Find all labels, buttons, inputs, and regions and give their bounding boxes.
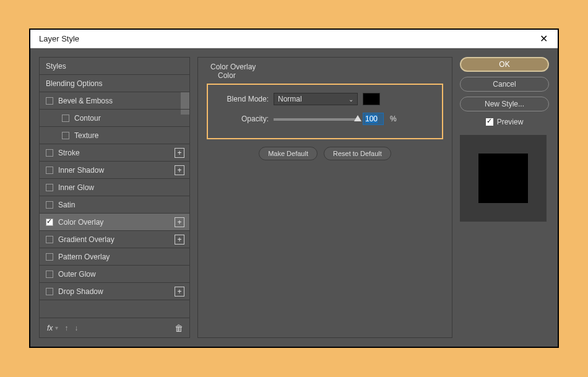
trash-icon[interactable]: 🗑 — [175, 323, 183, 333]
list-item-label: Pattern Overlay — [58, 253, 110, 261]
styles-sidebar: Styles Blending Options Bevel & Emboss C… — [39, 57, 190, 338]
dialog-body: Styles Blending Options Bevel & Emboss C… — [30, 48, 558, 347]
styles-label: Styles — [46, 62, 66, 71]
color-overlay-checkbox[interactable] — [46, 219, 53, 226]
opacity-slider[interactable] — [274, 118, 358, 121]
sidebar-item-stroke[interactable]: Stroke + — [40, 144, 189, 162]
sidebar-item-bevel-emboss[interactable]: Bevel & Emboss — [40, 92, 189, 110]
sidebar-item-pattern-overlay[interactable]: Pattern Overlay — [40, 248, 189, 266]
sidebar-item-texture[interactable]: Texture — [40, 127, 189, 144]
inner-glow-checkbox[interactable] — [46, 184, 53, 191]
blending-options-label: Blending Options — [46, 79, 102, 88]
list-item-label: Inner Glow — [58, 183, 94, 192]
default-buttons-row: Make Default Reset to Default — [207, 147, 443, 160]
contour-checkbox[interactable] — [62, 115, 69, 122]
slider-thumb-icon[interactable] — [354, 115, 361, 121]
fx-caret-icon: ▾ — [55, 324, 58, 331]
opacity-input[interactable]: 100 — [363, 113, 384, 125]
new-style-label: New Style... — [485, 100, 524, 108]
sidebar-item-satin[interactable]: Satin — [40, 196, 189, 214]
preview-swatch — [478, 154, 528, 203]
move-down-icon[interactable]: ↓ — [74, 324, 78, 332]
make-default-button[interactable]: Make Default — [259, 147, 318, 160]
outer-glow-checkbox[interactable] — [46, 271, 53, 278]
preview-label: Preview — [497, 118, 524, 126]
sidebar-item-color-overlay[interactable]: Color Overlay + — [40, 214, 189, 231]
titlebar: Layer Style ✕ — [30, 30, 558, 48]
sidebar-footer: fx ▾ ↑ ↓ 🗑 — [40, 318, 189, 337]
list-item-label: Inner Shadow — [58, 166, 104, 175]
layer-style-dialog: Layer Style ✕ Styles Blending Options Be… — [29, 28, 559, 348]
ok-button[interactable]: OK — [460, 57, 549, 72]
preview-thumbnail — [460, 135, 547, 222]
fx-menu-icon[interactable]: fx — [47, 324, 53, 332]
action-panel: OK Cancel New Style... Preview — [460, 57, 549, 338]
satin-checkbox[interactable] — [46, 201, 53, 209]
opacity-row: Opacity: 100 % — [218, 111, 432, 127]
make-default-label: Make Default — [268, 150, 308, 157]
list-item-label: Bevel & Emboss — [58, 97, 113, 105]
list-item-label: Satin — [58, 201, 75, 209]
add-icon[interactable]: + — [175, 235, 184, 245]
add-icon[interactable]: + — [175, 165, 184, 175]
pattern-overlay-checkbox[interactable] — [46, 253, 53, 261]
preview-toggle-row: Preview — [460, 118, 549, 126]
reset-default-button[interactable]: Reset to Default — [324, 147, 391, 160]
bevel-emboss-checkbox[interactable] — [46, 97, 53, 105]
blend-mode-row: Blend Mode: Normal ⌄ — [218, 91, 432, 107]
sidebar-item-inner-glow[interactable]: Inner Glow — [40, 179, 189, 196]
blend-mode-value: Normal — [278, 95, 302, 103]
sidebar-item-contour[interactable]: Contour — [40, 110, 189, 127]
move-up-icon[interactable]: ↑ — [64, 324, 68, 332]
add-icon[interactable]: + — [175, 287, 184, 297]
add-icon[interactable]: + — [175, 148, 184, 158]
cancel-button[interactable]: Cancel — [460, 77, 549, 92]
inner-shadow-checkbox[interactable] — [46, 167, 53, 174]
highlighted-controls: Blend Mode: Normal ⌄ Opacity: 100 % — [207, 84, 443, 139]
cancel-label: Cancel — [493, 80, 516, 89]
sidebar-item-blending-options[interactable]: Blending Options — [40, 75, 189, 92]
add-icon[interactable]: + — [175, 217, 184, 227]
gradient-overlay-checkbox[interactable] — [46, 236, 53, 243]
close-icon[interactable]: ✕ — [536, 32, 551, 46]
sidebar-item-inner-shadow[interactable]: Inner Shadow + — [40, 162, 189, 179]
list-item-label: Outer Glow — [58, 270, 96, 279]
list-item-label: Drop Shadow — [58, 287, 103, 296]
blend-mode-label: Blend Mode: — [218, 95, 269, 103]
opacity-label: Opacity: — [218, 115, 269, 123]
reset-default-label: Reset to Default — [333, 150, 382, 157]
dialog-title: Layer Style — [39, 34, 79, 43]
texture-checkbox[interactable] — [62, 132, 69, 139]
opacity-value: 100 — [365, 115, 378, 123]
opacity-unit: % — [390, 115, 397, 123]
list-item-label: Color Overlay — [58, 218, 103, 227]
color-swatch[interactable] — [363, 93, 380, 105]
list-item-label: Texture — [74, 131, 98, 140]
settings-panel: Color Overlay Color Blend Mode: Normal ⌄… — [197, 57, 452, 338]
list-item-label: Stroke — [58, 149, 80, 157]
drop-shadow-checkbox[interactable] — [46, 288, 53, 295]
styles-list: Styles Blending Options Bevel & Emboss C… — [40, 58, 189, 318]
blend-mode-select[interactable]: Normal ⌄ — [274, 93, 358, 105]
sidebar-item-drop-shadow[interactable]: Drop Shadow + — [40, 283, 189, 300]
preview-checkbox[interactable] — [486, 118, 493, 126]
list-item-label: Gradient Overlay — [58, 235, 115, 244]
section-title: Color Overlay — [210, 63, 443, 71]
new-style-button[interactable]: New Style... — [460, 97, 549, 111]
list-item-label: Contour — [74, 114, 101, 123]
sidebar-item-gradient-overlay[interactable]: Gradient Overlay + — [40, 231, 189, 248]
ok-label: OK — [499, 60, 509, 69]
subsection-title: Color — [218, 71, 443, 80]
stroke-checkbox[interactable] — [46, 149, 53, 157]
sidebar-item-outer-glow[interactable]: Outer Glow — [40, 266, 189, 283]
chevron-down-icon: ⌄ — [348, 96, 353, 103]
sidebar-item-styles[interactable]: Styles — [40, 58, 189, 75]
